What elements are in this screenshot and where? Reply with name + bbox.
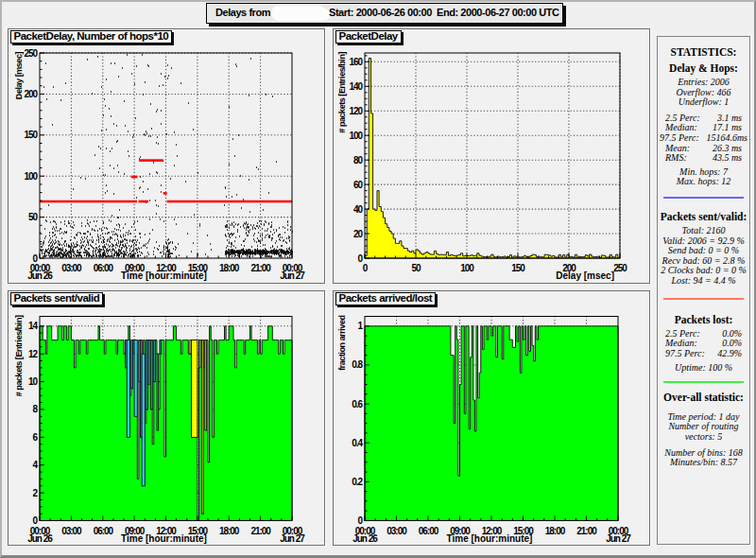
svg-text:Jun 26: Jun 26 xyxy=(27,270,53,281)
svg-text:250: 250 xyxy=(613,263,627,273)
svg-text:150: 150 xyxy=(511,263,525,273)
svg-text:# packets [Entries/bin]: # packets [Entries/bin] xyxy=(14,315,24,396)
svg-text:18:00: 18:00 xyxy=(219,526,240,536)
svg-text:03:00: 03:00 xyxy=(61,526,82,536)
svg-text:150: 150 xyxy=(24,130,38,140)
svg-text:10: 10 xyxy=(28,376,39,387)
svg-text:21:00: 21:00 xyxy=(250,263,271,273)
svg-text:06:00: 06:00 xyxy=(419,526,439,536)
svg-text:4: 4 xyxy=(32,460,38,470)
svg-text:60: 60 xyxy=(353,180,364,190)
svg-text:fraction arrived: fraction arrived xyxy=(337,316,347,371)
svg-text:50: 50 xyxy=(28,212,39,222)
svg-text:Time [hour:minute]: Time [hour:minute] xyxy=(121,270,207,281)
svg-text:6: 6 xyxy=(32,432,38,443)
svg-text:Jun 27: Jun 27 xyxy=(280,533,305,544)
svg-text:50: 50 xyxy=(411,263,421,273)
svg-text:120: 120 xyxy=(349,106,363,116)
svg-text:8: 8 xyxy=(32,404,38,414)
svg-text:100: 100 xyxy=(349,131,363,141)
svg-text:18:00: 18:00 xyxy=(545,526,566,536)
svg-text:21:00: 21:00 xyxy=(576,526,597,536)
svg-text:06:00: 06:00 xyxy=(94,526,114,536)
svg-text:0.2: 0.2 xyxy=(352,477,363,487)
svg-text:06:00: 06:00 xyxy=(94,263,114,273)
svg-text:1: 1 xyxy=(357,321,363,331)
svg-text:Jun 27: Jun 27 xyxy=(606,533,631,544)
svg-text:0.8: 0.8 xyxy=(352,359,363,370)
svg-text:03:00: 03:00 xyxy=(61,263,82,273)
svg-text:20: 20 xyxy=(353,229,364,239)
svg-text:0: 0 xyxy=(357,515,363,526)
svg-text:Delay [msec]: Delay [msec] xyxy=(556,270,614,281)
svg-text:03:00: 03:00 xyxy=(387,526,407,536)
svg-text:Jun 26: Jun 26 xyxy=(352,533,378,544)
svg-text:100: 100 xyxy=(460,263,474,273)
svg-text:0: 0 xyxy=(32,515,38,526)
svg-text:Delay [msec]: Delay [msec] xyxy=(14,52,24,100)
svg-text:200: 200 xyxy=(24,89,38,99)
svg-text:2: 2 xyxy=(32,488,38,498)
svg-text:21:00: 21:00 xyxy=(250,526,271,536)
svg-text:Jun 26: Jun 26 xyxy=(27,533,53,544)
svg-text:0.6: 0.6 xyxy=(352,399,363,410)
svg-text:Time [hour:minute]: Time [hour:minute] xyxy=(447,533,533,544)
svg-text:# packets [Entries/bin]: # packets [Entries/bin] xyxy=(337,52,347,133)
svg-text:0.4: 0.4 xyxy=(352,438,363,448)
svg-text:250: 250 xyxy=(24,48,38,59)
svg-text:160: 160 xyxy=(349,57,363,67)
svg-text:40: 40 xyxy=(353,204,364,215)
svg-text:12: 12 xyxy=(28,349,39,359)
svg-text:80: 80 xyxy=(353,155,364,166)
svg-text:0: 0 xyxy=(363,263,369,273)
svg-text:140: 140 xyxy=(349,81,363,92)
svg-text:18:00: 18:00 xyxy=(219,263,240,273)
svg-text:14: 14 xyxy=(28,321,39,331)
svg-text:100: 100 xyxy=(24,171,38,182)
svg-text:Jun 27: Jun 27 xyxy=(280,270,305,281)
svg-text:Time [hour:minute]: Time [hour:minute] xyxy=(121,533,207,544)
